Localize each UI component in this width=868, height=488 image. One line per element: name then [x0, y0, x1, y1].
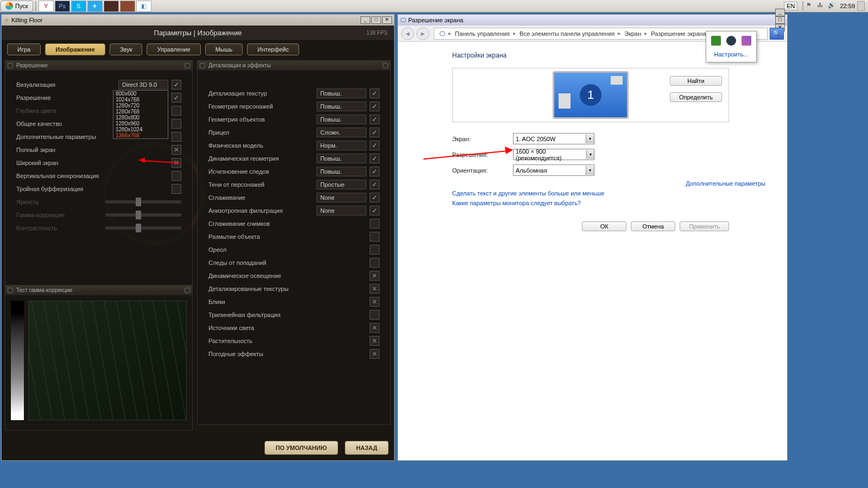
dropdown-option[interactable]: 1280x768: [113, 109, 168, 115]
minimize-button[interactable]: _: [360, 16, 370, 24]
option-checkbox[interactable]: [172, 93, 181, 103]
option-value[interactable]: None: [316, 193, 366, 202]
nav-back-button[interactable]: ◄: [401, 27, 414, 40]
display-arrangement[interactable]: 1 Найти Определить: [452, 68, 729, 122]
option-value[interactable]: Норм.: [316, 141, 366, 150]
nav-forward-button[interactable]: ►: [416, 27, 429, 40]
tab-sound[interactable]: Звук: [110, 43, 143, 55]
option-checkbox[interactable]: [370, 102, 379, 111]
configure-link[interactable]: Настроить...: [709, 51, 753, 58]
option-checkbox[interactable]: [172, 171, 181, 181]
monitor-1[interactable]: 1: [553, 71, 629, 119]
option-checkbox[interactable]: [172, 132, 181, 142]
tab-mouse[interactable]: Мышь: [205, 43, 243, 55]
back-button[interactable]: НАЗАД: [345, 441, 389, 455]
search-button[interactable]: 🔍: [770, 28, 784, 40]
help-link[interactable]: Какие параметры монитора следует выбрать…: [452, 200, 765, 206]
option-value[interactable]: Повыш.: [316, 88, 366, 98]
maximize-button[interactable]: □: [371, 16, 381, 24]
option-checkbox[interactable]: [370, 167, 379, 176]
screen-select[interactable]: 1. AOC 2050W▾: [513, 133, 594, 144]
text-size-link[interactable]: Сделать текст и другие элементы больше и…: [452, 190, 765, 197]
option-checkbox[interactable]: [370, 128, 379, 137]
option-checkbox[interactable]: [370, 284, 379, 294]
dropdown-option[interactable]: 1366x768: [113, 132, 168, 138]
apply-button[interactable]: Применить: [680, 221, 729, 231]
tray-volume-icon[interactable]: 🔊: [828, 2, 837, 10]
cancel-button[interactable]: Отмена: [631, 221, 675, 231]
dropdown-option[interactable]: 1280x720: [113, 103, 168, 109]
taskbar-item-app3[interactable]: ◧: [136, 1, 151, 12]
option-checkbox[interactable]: [370, 245, 379, 255]
taskbar-item-photoshop[interactable]: Ps: [55, 1, 70, 12]
option-checkbox[interactable]: [172, 184, 181, 194]
option-checkbox[interactable]: [370, 297, 379, 307]
option-checkbox[interactable]: [370, 336, 379, 346]
option-value[interactable]: Direct 3D 9.0: [118, 80, 168, 90]
option-checkbox[interactable]: [370, 323, 379, 333]
ok-button[interactable]: ОК: [582, 221, 626, 231]
option-value[interactable]: Простые: [316, 180, 366, 189]
option-checkbox[interactable]: [370, 349, 379, 359]
taskbar-item-yandex[interactable]: Y: [39, 1, 54, 12]
clock[interactable]: 22:59: [840, 3, 855, 9]
dropdown-option[interactable]: 1280x800: [113, 115, 168, 121]
option-value[interactable]: None: [316, 206, 366, 216]
nvidia-popup[interactable]: Настроить...: [706, 31, 757, 62]
option-checkbox[interactable]: [370, 206, 379, 216]
slider[interactable]: [105, 226, 181, 230]
orientation-select[interactable]: Альбомная▾: [513, 164, 594, 176]
default-button[interactable]: ПО УМОЛЧАНИЮ: [264, 441, 338, 455]
option-checkbox[interactable]: [370, 193, 379, 202]
option-checkbox[interactable]: [370, 258, 379, 268]
tab-interface[interactable]: Интерфейс: [247, 43, 299, 55]
dropdown-option[interactable]: 800x600: [113, 91, 168, 97]
option-checkbox[interactable]: [370, 115, 379, 124]
option-value[interactable]: Повыш.: [316, 154, 366, 163]
option-checkbox[interactable]: [172, 106, 181, 116]
resolution-dropdown-list[interactable]: 800x6001024x7681280x7201280x7681280x8001…: [113, 90, 168, 139]
minimize-button[interactable]: _: [775, 9, 785, 16]
taskbar-item-telegram[interactable]: ✈: [87, 1, 103, 12]
option-checkbox[interactable]: [370, 219, 379, 229]
taskbar-item-app2[interactable]: [120, 1, 135, 12]
option-value[interactable]: Сложн.: [316, 128, 366, 137]
tab-image[interactable]: Изображение: [45, 43, 105, 55]
tab-game[interactable]: Игра: [7, 43, 41, 55]
option-value[interactable]: Повыш.: [316, 115, 366, 124]
pen-icon[interactable]: [742, 36, 751, 46]
option-checkbox[interactable]: [370, 232, 379, 242]
option-checkbox[interactable]: [172, 158, 181, 168]
language-indicator[interactable]: EN: [784, 2, 797, 10]
taskbar-item-app1[interactable]: [104, 1, 119, 12]
dropdown-option[interactable]: 1280x960: [113, 121, 168, 126]
option-checkbox[interactable]: [370, 88, 379, 98]
option-value[interactable]: Повыш.: [316, 167, 366, 176]
detect-button[interactable]: Определить: [670, 92, 722, 102]
option-value[interactable]: Повыш.: [316, 102, 366, 111]
option-checkbox[interactable]: [172, 145, 181, 155]
option-checkbox[interactable]: [370, 310, 379, 320]
slider[interactable]: [105, 213, 181, 217]
taskbar-item-skype[interactable]: S: [71, 1, 86, 12]
option-checkbox[interactable]: [172, 119, 181, 129]
dropdown-option[interactable]: 1280x1024: [113, 126, 168, 132]
option-checkbox[interactable]: [370, 180, 379, 189]
show-desktop-button[interactable]: [857, 1, 865, 11]
steam-icon[interactable]: [726, 36, 736, 46]
option-checkbox[interactable]: [370, 154, 379, 163]
tray-flag-icon[interactable]: ⚑: [806, 2, 815, 10]
resolution-select[interactable]: 1600 × 900 (рекомендуется)▾: [513, 149, 594, 160]
tab-controls[interactable]: Управление: [147, 43, 200, 55]
start-button[interactable]: Пуск: [1, 1, 33, 12]
advanced-settings-link[interactable]: Дополнительные параметры: [489, 180, 765, 187]
option-checkbox[interactable]: [370, 271, 379, 281]
dropdown-option[interactable]: 1024x768: [113, 97, 168, 103]
maximize-button[interactable]: □: [775, 16, 785, 24]
option-checkbox[interactable]: [370, 141, 379, 150]
nvidia-icon[interactable]: [711, 36, 721, 46]
close-button[interactable]: ✕: [382, 16, 392, 24]
option-checkbox[interactable]: [172, 80, 181, 90]
tray-network-icon[interactable]: 🖧: [817, 2, 826, 10]
slider[interactable]: [105, 200, 181, 204]
